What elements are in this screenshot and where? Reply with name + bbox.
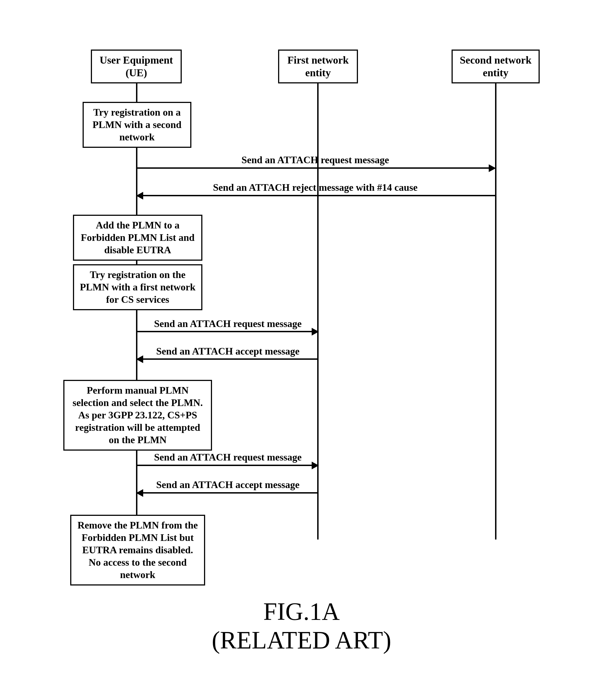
- ue-label-2: (UE): [125, 67, 147, 78]
- step-add-forbidden: Add the PLMN to a Forbidden PLMN List an…: [73, 215, 202, 261]
- msg-attach-request-3-arrow: [312, 461, 319, 469]
- step-manual-plmn: Perform manual PLMN selection and select…: [63, 380, 212, 451]
- step-remove-forbidden: Remove the PLMN from the Forbidden PLMN …: [70, 515, 205, 585]
- lifeline-header-ue: User Equipment (UE): [91, 50, 182, 83]
- caption-line-1: FIG.1A: [263, 598, 340, 625]
- lifeline-header-second: Second network entity: [452, 50, 540, 83]
- first-label-1: First network: [287, 54, 349, 66]
- lifeline-second: [495, 82, 497, 540]
- ue-label-1: User Equipment: [100, 54, 173, 66]
- msg-attach-request-1-arrow: [489, 164, 496, 172]
- msg-attach-request-2-label: Send an ATTACH request message: [138, 318, 318, 329]
- lifeline-header-first: First network entity: [278, 50, 358, 83]
- lifeline-first: [317, 82, 319, 540]
- msg-attach-accept-1-label: Send an ATTACH accept message: [138, 346, 318, 357]
- first-label-2: entity: [305, 67, 331, 78]
- msg-attach-reject-arrow: [136, 192, 143, 200]
- msg-attach-accept-1-arrow: [136, 355, 143, 363]
- second-label-2: entity: [483, 67, 509, 78]
- lifeline-ue: [136, 82, 137, 540]
- msg-attach-accept-1: [137, 358, 318, 360]
- sequence-diagram: User Equipment (UE) First network entity…: [0, 0, 603, 700]
- msg-attach-reject: [137, 195, 496, 196]
- second-label-1: Second network: [460, 54, 532, 66]
- msg-attach-request-2-arrow: [312, 328, 319, 335]
- msg-attach-request-1: [137, 167, 495, 169]
- msg-attach-request-1-label: Send an ATTACH request message: [138, 154, 493, 166]
- msg-attach-request-3: [137, 465, 318, 466]
- msg-attach-request-3-label: Send an ATTACH request message: [138, 451, 318, 463]
- step-try-first-network: Try registration on the PLMN with a firs…: [73, 264, 202, 310]
- figure-caption: FIG.1A (RELATED ART): [0, 597, 603, 654]
- msg-attach-accept-2-label: Send an ATTACH accept message: [138, 479, 318, 491]
- msg-attach-request-2: [137, 331, 318, 332]
- step-try-second-network: Try registration on a PLMN with a second…: [82, 102, 191, 148]
- msg-attach-accept-2: [137, 492, 318, 494]
- msg-attach-accept-2-arrow: [136, 489, 143, 497]
- msg-attach-reject-label: Send an ATTACH reject message with #14 c…: [138, 182, 493, 193]
- caption-line-2: (RELATED ART): [212, 626, 391, 654]
